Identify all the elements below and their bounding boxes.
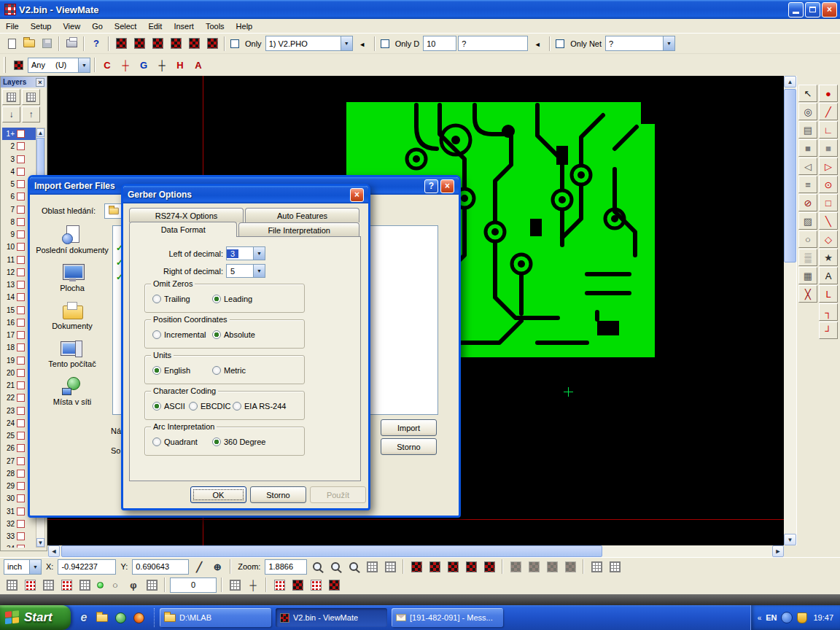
- radio-english[interactable]: English: [152, 366, 190, 375]
- net-display-button[interactable]: [445, 559, 461, 575]
- bracket-marker-button[interactable]: ┐: [819, 303, 838, 321]
- radio-ascii[interactable]: ASCII: [152, 402, 185, 411]
- menu-file[interactable]: File: [0, 19, 25, 33]
- update-shield-icon[interactable]: [797, 612, 807, 623]
- radio-leading[interactable]: Leading: [212, 295, 252, 303]
- canvas-horizontal-scrollbar[interactable]: [48, 545, 784, 557]
- line-trace-button[interactable]: ╱: [819, 103, 838, 120]
- star-marker-button[interactable]: ★: [819, 249, 838, 266]
- align-lines-button[interactable]: ≡: [798, 176, 817, 193]
- combo-arrow-icon[interactable]: [78, 58, 90, 72]
- menu-tools[interactable]: Tools: [200, 19, 230, 33]
- triangle-pad-button[interactable]: ▷: [819, 158, 838, 175]
- text-tool-button[interactable]: A: [190, 57, 206, 73]
- pattern-4-button[interactable]: [326, 577, 342, 593]
- marker-add-button[interactable]: [186, 36, 202, 52]
- layer-select-button[interactable]: [168, 36, 184, 52]
- layer-color-chip[interactable]: [17, 343, 25, 351]
- restore-button[interactable]: [805, 2, 820, 18]
- net-select-button[interactable]: [149, 36, 166, 52]
- layer-color-chip[interactable]: [17, 256, 25, 264]
- save-file-button[interactable]: [39, 36, 55, 52]
- layer-stack-button[interactable]: ▤: [798, 121, 817, 139]
- ruler-v-button[interactable]: [40, 577, 56, 593]
- layers-close-icon[interactable]: ×: [36, 78, 44, 87]
- radio-quadrant[interactable]: Quadrant: [152, 438, 198, 446]
- layer-color-chip[interactable]: [17, 268, 25, 276]
- layer-color-chip[interactable]: [17, 206, 25, 214]
- measure-diagonal-button[interactable]: ╱: [191, 559, 207, 575]
- scroll-right-icon[interactable]: [772, 545, 784, 557]
- layer-color-chip[interactable]: [17, 545, 25, 548]
- scroll-thumb[interactable]: [784, 89, 796, 262]
- scroll-thumb[interactable]: [61, 545, 602, 557]
- place-dokumenty[interactable]: Dokumenty: [35, 301, 109, 330]
- grid-step-button[interactable]: [227, 577, 243, 593]
- menu-help[interactable]: Help: [230, 19, 259, 33]
- dialog-close-button[interactable]: ×: [440, 179, 454, 193]
- task-v2-bin-viewmate[interactable]: V2.bin - ViewMate: [276, 608, 387, 627]
- layer-color-chip[interactable]: [17, 494, 25, 502]
- layer-down-button[interactable]: ↓: [2, 106, 20, 122]
- layer-color-chip[interactable]: [17, 369, 25, 377]
- language-bar-icon[interactable]: [781, 612, 793, 623]
- layer-color-chip[interactable]: [17, 532, 25, 540]
- print-button[interactable]: [63, 36, 79, 52]
- radio-ebcdic[interactable]: EBCDIC: [189, 402, 231, 411]
- tab-data-format[interactable]: Data Format: [129, 222, 237, 237]
- only-dcode-checkbox[interactable]: [381, 39, 389, 48]
- layer-color-chip[interactable]: [17, 457, 25, 465]
- zoom-field[interactable]: 1.8866: [265, 559, 307, 575]
- layer-color-chip[interactable]: [17, 243, 25, 251]
- delete-cross-button[interactable]: ╳: [798, 285, 817, 303]
- scroll-up-icon[interactable]: [36, 128, 44, 137]
- toolbar-grip[interactable]: [4, 57, 6, 73]
- layer-row[interactable]: 1+: [2, 128, 36, 140]
- place-m-sta-v-s-ti[interactable]: Místa v síti: [35, 377, 109, 406]
- pad-display-button[interactable]: [481, 559, 497, 575]
- prev-file-button[interactable]: [354, 36, 370, 52]
- layer-color-chip[interactable]: [17, 419, 25, 427]
- tab-auto-features[interactable]: Auto Features: [245, 208, 359, 222]
- unit-combo[interactable]: inch: [4, 559, 42, 575]
- panel-view-button[interactable]: [607, 559, 623, 575]
- phi-aperture-button[interactable]: φ: [125, 577, 141, 593]
- layer-color-chip[interactable]: [17, 192, 25, 201]
- only-file-checkbox[interactable]: [230, 39, 239, 48]
- grid-toggle-button[interactable]: [364, 559, 380, 575]
- layer-color-chip[interactable]: [17, 230, 25, 238]
- import-button[interactable]: Import: [381, 419, 437, 436]
- combo-arrow-icon[interactable]: [29, 560, 41, 574]
- gerber-tool-button[interactable]: G: [136, 57, 152, 73]
- layer-row[interactable]: 32: [2, 518, 36, 530]
- snap-dots-1-button[interactable]: [22, 577, 38, 593]
- aperture-display-button[interactable]: [427, 559, 443, 575]
- clock[interactable]: 19:47: [812, 613, 833, 622]
- menu-insert[interactable]: Insert: [168, 19, 200, 33]
- explorer-folder-icon[interactable]: [96, 611, 109, 624]
- grid-view-button[interactable]: ▦: [798, 267, 817, 284]
- menu-go[interactable]: Go: [86, 19, 109, 33]
- combo-arrow-icon[interactable]: [341, 36, 352, 50]
- marker-clear-button[interactable]: [204, 36, 220, 52]
- layer-color-chip[interactable]: [17, 281, 25, 289]
- grid-value-field[interactable]: 0: [170, 578, 217, 593]
- canvas-vertical-scrollbar[interactable]: [784, 76, 796, 545]
- zoom-out-button[interactable]: [327, 559, 343, 575]
- gerber-dialog-titlebar[interactable]: Gerber Options ×: [123, 186, 368, 203]
- hide-icons-chevron-icon[interactable]: [758, 614, 762, 622]
- right-of-decimal-combo[interactable]: 5: [226, 264, 265, 278]
- scroll-down-icon[interactable]: [36, 538, 44, 547]
- pattern-2-button[interactable]: [289, 577, 306, 593]
- circle-aperture-button[interactable]: ○: [107, 577, 123, 593]
- firefox-icon[interactable]: [132, 611, 145, 624]
- menu-select[interactable]: Select: [109, 19, 143, 33]
- tab-file-interpretation[interactable]: File Interpretation: [238, 222, 359, 237]
- menu-edit[interactable]: Edit: [142, 19, 168, 33]
- language-indicator[interactable]: EN: [766, 613, 777, 622]
- target-pad-button[interactable]: ⊙: [819, 176, 838, 193]
- layer-row[interactable]: 34: [2, 542, 36, 548]
- trace-mode-2-button[interactable]: [526, 559, 542, 575]
- diamond-pad-button[interactable]: ◇: [819, 230, 838, 248]
- file-combo[interactable]: 1) V2.PHO: [265, 36, 353, 51]
